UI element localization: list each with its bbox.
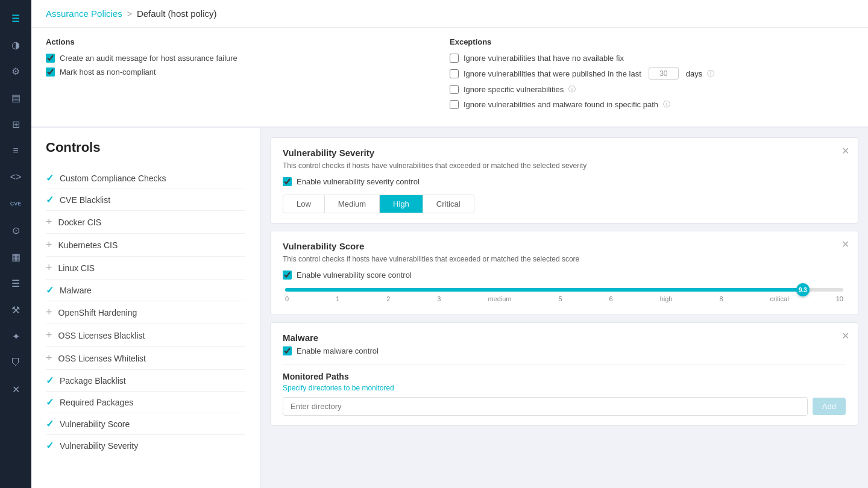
control-item-linux-cis[interactable]: + Linux CIS (46, 257, 245, 280)
severity-button-group: Low Medium High Critical (283, 195, 474, 213)
control-label: Vulnerability Score (60, 419, 130, 429)
exception-label-3: Ignore vulnerabilities and malware found… (464, 100, 658, 109)
action-item-1: Mark host as non-compliant (46, 67, 450, 77)
vuln-score-enable-checkbox[interactable] (283, 271, 292, 280)
monitored-paths-title: Monitored Paths (283, 372, 846, 381)
breadcrumb-separator: > (127, 9, 132, 19)
actions-section: Actions Create an audit message for host… (46, 37, 450, 114)
header: Assurance Policies > Default (host polic… (31, 0, 868, 28)
control-item-openshift[interactable]: + OpenShift Hardening (46, 301, 245, 324)
malware-close-button[interactable]: ✕ (841, 330, 849, 342)
exceptions-section: Exceptions Ignore vulnerabilities that h… (450, 37, 854, 114)
layers-icon[interactable]: ▤ (5, 87, 27, 108)
list-icon[interactable]: ≡ (5, 140, 27, 161)
report-icon[interactable]: ☰ (5, 272, 27, 294)
malware-enable-row: Enable malware control (283, 346, 846, 355)
action-item-0: Create an audit message for host assuran… (46, 54, 450, 63)
slider-label-1: 1 (336, 295, 339, 302)
control-item-package-blacklist[interactable]: ✓ Package Blacklist (46, 370, 245, 392)
malware-panel: ✕ Malware Enable malware control Monitor… (270, 322, 858, 426)
severity-high-button[interactable]: High (380, 195, 423, 213)
close-nav-icon[interactable]: ✕ (5, 378, 27, 400)
directory-input[interactable] (283, 397, 808, 416)
breadcrumb-current: Default (host policy) (137, 8, 217, 19)
control-item-kubernetes-cis[interactable]: + Kubernetes CIS (46, 234, 245, 257)
vuln-severity-enable-checkbox[interactable] (283, 177, 292, 186)
control-label: OSS Licenses Whitelist (58, 354, 146, 363)
slider-label-6: 6 (609, 295, 613, 302)
menu-icon[interactable]: ☰ (5, 7, 27, 29)
vuln-severity-enable-label: Enable vulnerability severity control (297, 177, 420, 186)
slider-label-2: 2 (386, 295, 390, 302)
exception-checkbox-0[interactable] (450, 54, 459, 63)
exception-checkbox-1[interactable] (450, 69, 459, 78)
users-icon[interactable]: ⊙ (5, 219, 27, 241)
vuln-severity-title: Vulnerability Severity (283, 148, 846, 158)
control-label: Package Blacklist (60, 376, 126, 386)
dashboard-icon[interactable]: ◑ (5, 34, 27, 55)
control-item-cve-blacklist[interactable]: ✓ CVE Blacklist (46, 189, 245, 211)
sidebar: ☰ ◑ ⚙ ▤ ⊞ ≡ <> CVE ⊙ ▦ ☰ ⚒ ✦ ⛉ ✕ (0, 0, 31, 488)
vuln-severity-close-button[interactable]: ✕ (841, 145, 849, 157)
control-label: Linux CIS (58, 263, 95, 273)
days-info-icon[interactable]: ⓘ (707, 69, 714, 79)
slider-label-medium: medium (488, 295, 511, 302)
control-label: CVE Blacklist (60, 195, 110, 205)
severity-medium-button[interactable]: Medium (325, 195, 380, 213)
specific-path-info-icon[interactable]: ⓘ (663, 99, 670, 110)
gear-icon[interactable]: ⚙ (5, 60, 27, 82)
control-item-vuln-severity[interactable]: ✓ Vulnerability Severity (46, 435, 245, 456)
controls-panel: Controls ✓ Custom Compliance Checks ✓ CV… (31, 128, 260, 488)
days-input[interactable] (649, 67, 679, 80)
control-item-malware[interactable]: ✓ Malware (46, 280, 245, 301)
control-label: OpenShift Hardening (58, 308, 137, 318)
top-area: Actions Create an audit message for host… (31, 28, 868, 128)
control-plus-icon: + (46, 261, 52, 274)
control-plus-icon: + (46, 216, 52, 228)
vulnerability-score-panel: ✕ Vulnerability Score This control check… (270, 231, 858, 315)
control-check-icon: ✓ (46, 440, 54, 451)
slider-thumb[interactable]: 9.3 (796, 283, 810, 296)
exception-item-3: Ignore vulnerabilities and malware found… (450, 99, 854, 110)
cve-icon[interactable]: CVE (5, 193, 27, 214)
slider-track: 9.3 (285, 288, 843, 292)
exception-checkbox-2[interactable] (450, 85, 459, 94)
main-content: Assurance Policies > Default (host polic… (31, 0, 868, 488)
monitored-paths-hint: Specify directories to be monitored (283, 384, 846, 392)
add-directory-button[interactable]: Add (813, 398, 846, 415)
malware-enable-checkbox[interactable] (283, 346, 292, 355)
control-plus-icon: + (46, 329, 52, 342)
code-icon[interactable]: <> (5, 166, 27, 188)
slider-label-3: 3 (437, 295, 441, 302)
control-check-icon: ✓ (46, 418, 54, 430)
control-item-vuln-score[interactable]: ✓ Vulnerability Score (46, 413, 245, 435)
severity-low-button[interactable]: Low (283, 195, 325, 213)
shield-icon[interactable]: ⛉ (5, 352, 27, 374)
exception-checkbox-3[interactable] (450, 100, 459, 109)
calendar-icon[interactable]: ▦ (5, 246, 27, 267)
analytics-icon[interactable]: ⊞ (5, 113, 27, 135)
specific-vuln-info-icon[interactable]: ⓘ (568, 84, 576, 95)
severity-critical-button[interactable]: Critical (423, 195, 474, 213)
control-item-docker-cis[interactable]: + Docker CIS (46, 211, 245, 234)
control-check-icon: ✓ (46, 284, 54, 296)
malware-title: Malware (283, 333, 846, 343)
vuln-score-title: Vulnerability Score (283, 241, 846, 251)
wrench-icon[interactable]: ⚒ (5, 299, 27, 321)
award-icon[interactable]: ✦ (5, 325, 27, 347)
control-item-oss-blacklist[interactable]: + OSS Licenses Blacklist (46, 324, 245, 347)
control-item-oss-whitelist[interactable]: + OSS Licenses Whitelist (46, 347, 245, 370)
vuln-score-enable-label: Enable vulnerability score control (297, 271, 412, 280)
vuln-score-close-button[interactable]: ✕ (841, 239, 849, 250)
vuln-score-enable-row: Enable vulnerability score control (283, 271, 846, 280)
breadcrumb-link[interactable]: Assurance Policies (46, 8, 122, 19)
vuln-severity-description: This control checks if hosts have vulner… (283, 161, 846, 170)
control-label: Kubernetes CIS (58, 240, 118, 250)
action-checkbox-1[interactable] (46, 67, 55, 77)
control-item-required-packages[interactable]: ✓ Required Packages (46, 392, 245, 413)
action-checkbox-0[interactable] (46, 54, 55, 63)
control-label: Required Packages (60, 398, 133, 407)
control-item-custom-compliance[interactable]: ✓ Custom Compliance Checks (46, 167, 245, 189)
exception-label-1: Ignore vulnerabilities that were publish… (464, 69, 641, 78)
slider-label-10: 10 (836, 295, 843, 302)
